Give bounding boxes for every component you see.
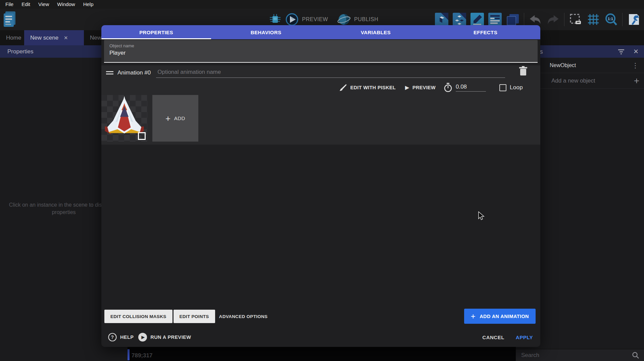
grid-icon[interactable]	[587, 13, 600, 26]
tab-new-scene-label: New scene	[30, 35, 58, 41]
dialog-action-bar: ? HELP ▶ RUN A PREVIEW CANCEL APPLY	[101, 327, 540, 347]
delete-mask-icon[interactable]	[569, 13, 582, 26]
tab-home[interactable]: Home	[0, 30, 24, 45]
object-groups-icon[interactable]	[453, 13, 466, 26]
menu-file[interactable]: File	[1, 0, 17, 9]
loop-toggle[interactable]: Loop	[499, 84, 523, 91]
object-name-label: NewObject	[550, 62, 576, 68]
preview-animation-label: PREVIEW	[412, 85, 436, 90]
help-question-icon: ?	[108, 333, 117, 342]
edit-scene-icon[interactable]	[470, 13, 484, 26]
play-icon: ▶	[405, 85, 409, 91]
object-name-input[interactable]	[109, 50, 526, 56]
search-icon	[632, 352, 639, 359]
preview-play-icon[interactable]	[285, 13, 299, 26]
add-animation-label: ADD AN ANIMATION	[480, 314, 529, 319]
preview-button[interactable]: PREVIEW	[302, 16, 328, 22]
layers-icon[interactable]	[506, 13, 519, 26]
frame-select-checkbox[interactable]	[138, 132, 146, 140]
dialog-tab-properties[interactable]: PROPERTIES	[101, 25, 211, 39]
delete-animation-trash-icon[interactable]	[519, 66, 528, 76]
run-preview-label: RUN A PREVIEW	[150, 334, 191, 340]
loop-label: Loop	[510, 84, 523, 91]
add-object-plus-icon[interactable]: +	[634, 75, 639, 86]
events-editor-icon[interactable]	[488, 13, 502, 26]
dialog-tab-variables[interactable]: VARIABLES	[321, 25, 431, 39]
add-an-animation-button[interactable]: + ADD AN ANIMATION	[464, 309, 536, 324]
run-a-preview-button[interactable]: ▶ RUN A PREVIEW	[138, 333, 191, 342]
help-button[interactable]: ? HELP	[108, 333, 134, 342]
add-new-object-label: Add a new object	[551, 78, 595, 84]
properties-panel-title: Properties	[7, 48, 33, 55]
apply-button[interactable]: APPLY	[516, 334, 533, 340]
dialog-footer-tools: EDIT COLLISION MASKS EDIT POINTS ADVANCE…	[101, 309, 540, 324]
edit-points-button[interactable]: EDIT POINTS	[174, 310, 215, 323]
redo-icon[interactable]	[546, 13, 560, 26]
add-frame-button[interactable]: + ADD	[152, 95, 198, 142]
tab-close-icon[interactable]: ✕	[64, 35, 68, 41]
filter-icon[interactable]	[618, 49, 625, 55]
search-input[interactable]	[516, 352, 632, 359]
zoom-1-1-icon[interactable]: 1:1	[604, 13, 618, 26]
animation-name-input[interactable]	[156, 68, 505, 78]
object-menu-icon[interactable]: ⋮	[632, 61, 639, 69]
objects-editor-icon[interactable]	[435, 13, 448, 26]
active-tab-indicator	[101, 38, 211, 39]
animation-title: Animation #0	[117, 69, 151, 76]
scene-settings-wrench-icon[interactable]	[627, 13, 640, 26]
cancel-button[interactable]: CANCEL	[482, 334, 504, 340]
menu-window[interactable]: Window	[53, 0, 79, 9]
animation-frame-thumbnail[interactable]	[101, 95, 147, 142]
edit-with-piskel-label: EDIT WITH PISKEL	[350, 85, 396, 90]
close-panel-icon[interactable]: ✕	[633, 48, 639, 55]
add-frame-label: ADD	[174, 115, 185, 121]
object-editor-dialog: PROPERTIES BEHAVIORS VARIABLES EFFECTS O…	[101, 25, 540, 347]
time-between-frames-input[interactable]	[456, 84, 486, 92]
edit-with-piskel-button[interactable]: EDIT WITH PISKEL	[339, 84, 396, 92]
menu-help[interactable]: Help	[79, 0, 98, 9]
canvas-scroll-indicator	[128, 349, 130, 360]
undo-icon[interactable]	[529, 13, 542, 26]
object-name-card: Object name	[104, 40, 538, 63]
stopwatch-icon	[444, 83, 452, 92]
svg-text:1:1: 1:1	[608, 17, 613, 21]
menu-view[interactable]: View	[34, 0, 53, 9]
project-manager-icon[interactable]	[3, 11, 17, 28]
mouse-cursor	[478, 211, 485, 221]
animation-drag-handle-icon[interactable]	[106, 71, 113, 74]
edit-collision-masks-button[interactable]: EDIT COLLISION MASKS	[104, 310, 172, 323]
dialog-tab-bar: PROPERTIES BEHAVIORS VARIABLES EFFECTS	[101, 25, 540, 39]
publish-planet-icon[interactable]	[337, 13, 351, 26]
advanced-options-button[interactable]: ADVANCED OPTIONS	[219, 314, 268, 319]
cursor-coordinates: 789;317	[132, 352, 152, 359]
objects-search-bar	[516, 349, 644, 361]
preview-animation-button[interactable]: ▶ PREVIEW	[405, 85, 436, 91]
toolbar-divider	[622, 13, 623, 26]
dialog-tab-effects[interactable]: EFFECTS	[431, 25, 540, 39]
gdevelop-window: File Edit View Window Help	[0, 0, 644, 361]
dialog-tab-behaviors[interactable]: BEHAVIORS	[211, 25, 321, 39]
svg-text:?: ?	[111, 334, 114, 340]
object-name-field-label: Object name	[109, 43, 538, 48]
menu-bar: File Edit View Window Help	[0, 0, 644, 9]
publish-button[interactable]: PUBLISH	[354, 16, 378, 22]
brush-icon	[339, 84, 347, 92]
toolbar-divider	[524, 13, 524, 26]
tab-home-label: Home	[6, 35, 21, 41]
toolbar-divider	[564, 13, 564, 26]
time-between-frames-field	[444, 83, 486, 92]
run-preview-play-icon: ▶	[138, 333, 147, 342]
tab-new-label: New	[90, 35, 101, 41]
animation-section: Animation #0 EDIT WITH PISKEL	[101, 65, 540, 145]
tab-new-scene[interactable]: New scene ✕	[24, 30, 84, 45]
help-label: HELP	[120, 334, 134, 340]
loop-checkbox[interactable]	[499, 84, 506, 91]
menu-edit[interactable]: Edit	[17, 0, 34, 9]
debugger-icon[interactable]	[268, 13, 282, 26]
